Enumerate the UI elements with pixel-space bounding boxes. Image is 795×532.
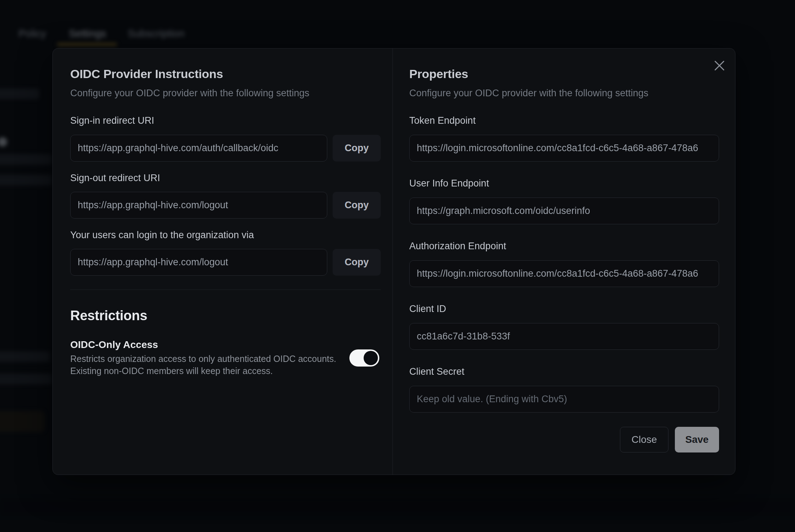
login-via-input[interactable] [70, 249, 327, 276]
token-endpoint-input[interactable] [409, 135, 719, 162]
login-via-label: Your users can login to the organization… [70, 230, 254, 241]
user-info-endpoint-label: User Info Endpoint [409, 178, 489, 189]
sign-in-redirect-uri-label: Sign-in redirect URI [70, 115, 154, 126]
left-column-title: OIDC Provider Instructions [70, 67, 223, 81]
oidc-only-access-description-line1: Restricts organization access to only au… [70, 354, 336, 364]
close-button[interactable]: Close [620, 427, 668, 452]
toggle-knob [364, 351, 378, 365]
save-button[interactable]: Save [675, 427, 719, 452]
sign-out-redirect-uri-input[interactable] [70, 192, 327, 219]
sign-in-redirect-uri-input[interactable] [70, 135, 327, 162]
restrictions-heading: Restrictions [70, 308, 147, 323]
right-column-subtitle: Configure your OIDC provider with the fo… [409, 88, 648, 99]
oidc-settings-modal: OIDC Provider Instructions Configure you… [52, 48, 735, 475]
client-id-input[interactable] [409, 323, 719, 350]
copy-login-via-button[interactable]: Copy [333, 249, 381, 276]
right-column-title: Properties [409, 67, 468, 81]
oidc-only-access-label: OIDC-Only Access [70, 339, 158, 351]
oidc-only-access-description-line2: Existing non-OIDC members will keep thei… [70, 366, 273, 376]
copy-sign-in-uri-button[interactable]: Copy [333, 135, 381, 162]
sign-out-redirect-uri-label: Sign-out redirect URI [70, 173, 160, 184]
oidc-only-access-toggle[interactable] [349, 349, 379, 367]
client-id-label: Client ID [409, 303, 446, 314]
restrictions-divider [70, 290, 381, 290]
client-secret-input[interactable] [409, 386, 719, 413]
copy-sign-out-uri-button[interactable]: Copy [333, 192, 381, 219]
user-info-endpoint-input[interactable] [409, 198, 719, 224]
left-column-subtitle: Configure your OIDC provider with the fo… [70, 88, 309, 99]
authorization-endpoint-label: Authorization Endpoint [409, 241, 506, 252]
close-icon[interactable] [712, 58, 727, 73]
client-secret-label: Client Secret [409, 366, 465, 377]
token-endpoint-label: Token Endpoint [409, 115, 476, 126]
authorization-endpoint-input[interactable] [409, 260, 719, 287]
column-divider [393, 48, 393, 475]
